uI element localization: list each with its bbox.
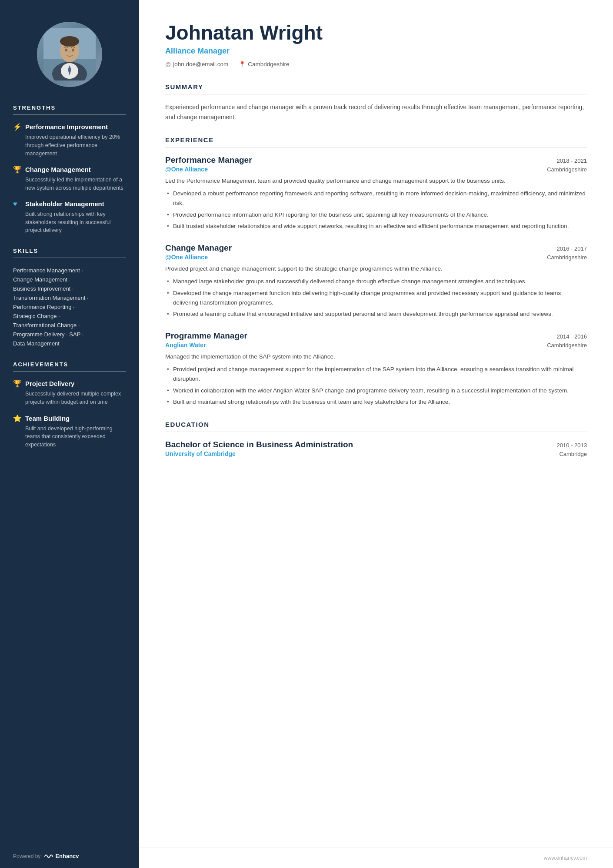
edu-dates-1: 2010 - 2013 bbox=[557, 442, 587, 449]
exp-dates-1: 2018 - 2021 bbox=[557, 158, 587, 164]
exp-desc-3: Managed the implementation of the SAP sy… bbox=[165, 352, 587, 362]
strength-item-2: 🏆 Change Management Successfully led the… bbox=[13, 165, 126, 192]
exp-bullets-1: Developed a robust performance reporting… bbox=[165, 189, 587, 231]
avatar-area bbox=[0, 0, 139, 104]
strengths-title: STRENGTHS bbox=[13, 104, 126, 115]
exp-company-2: @One Alliance bbox=[165, 254, 208, 261]
skill-7: Transformational Change · bbox=[13, 321, 126, 330]
trophy-icon-2: 🏆 bbox=[13, 379, 22, 388]
email-contact: @ john.doe@email.com bbox=[165, 61, 228, 67]
summary-title: SUMMARY bbox=[165, 83, 587, 94]
achievement-item-2: ⭐ Team Building Built and developed high… bbox=[13, 414, 126, 449]
exp-bullet-2-2: Developed the change management function… bbox=[165, 288, 587, 307]
exp-bullets-2: Managed large stakeholder groups and suc… bbox=[165, 277, 587, 318]
contact-info: @ john.doe@email.com 📍 Cambridgeshire bbox=[165, 61, 587, 67]
achievement-title-2: Team Building bbox=[25, 415, 70, 422]
experience-title: EXPERIENCE bbox=[165, 136, 587, 147]
candidate-name: Johnatan Wright bbox=[165, 22, 587, 44]
exp-company-3: Anglian Water bbox=[165, 342, 206, 349]
enhancv-brand: Enhancv bbox=[55, 853, 79, 859]
avatar bbox=[37, 22, 102, 87]
location-value: Cambridgeshire bbox=[248, 61, 289, 67]
achievement-item-1: 🏆 Project Delivery Successfully delivere… bbox=[13, 379, 126, 406]
skill-2: Change Management · bbox=[13, 275, 126, 284]
star-icon: ⭐ bbox=[13, 414, 22, 422]
sidebar: STRENGTHS ⚡ Performance Improvement Impr… bbox=[0, 0, 139, 868]
exp-bullet-1-1: Developed a robust performance reporting… bbox=[165, 189, 587, 208]
summary-text: Experienced performance and change manag… bbox=[165, 102, 587, 122]
exp-company-1: @One Alliance bbox=[165, 166, 208, 173]
exp-item-3: Programme Manager 2014 - 2016 Anglian Wa… bbox=[165, 331, 587, 407]
exp-bullet-1-2: Provided performance information and KPI… bbox=[165, 210, 587, 220]
skill-9: Data Management bbox=[13, 339, 126, 348]
exp-dates-3: 2014 - 2016 bbox=[557, 333, 587, 340]
strength-title-1: Performance Improvement bbox=[25, 123, 108, 131]
exp-bullet-3-3: Built and maintained strong relationship… bbox=[165, 397, 587, 407]
edu-degree-1: Bachelor of Science in Business Administ… bbox=[165, 440, 353, 450]
exp-dates-2: 2016 - 2017 bbox=[557, 245, 587, 252]
exp-bullet-2-3: Promoted a learning culture that encoura… bbox=[165, 309, 587, 319]
strength-desc-3: Built strong relationships with key stak… bbox=[25, 210, 126, 235]
candidate-title: Alliance Manager bbox=[165, 47, 587, 56]
heart-icon: ♥ bbox=[13, 200, 22, 208]
achievement-title-1: Project Delivery bbox=[25, 380, 74, 387]
exp-job-title-1: Performance Manager bbox=[165, 155, 252, 165]
exp-bullet-3-2: Worked in collaboration with the wider A… bbox=[165, 386, 587, 395]
enhancv-logo: Enhancv bbox=[44, 853, 79, 859]
skill-8: Programme Delivery · SAP · bbox=[13, 330, 126, 339]
edu-item-1: Bachelor of Science in Business Administ… bbox=[165, 440, 587, 458]
exp-job-title-3: Programme Manager bbox=[165, 331, 247, 341]
exp-location-1: Cambridgeshire bbox=[547, 166, 587, 173]
powered-by-label: Powered by bbox=[13, 853, 40, 859]
education-title: EDUCATION bbox=[165, 421, 587, 432]
lightning-icon: ⚡ bbox=[13, 123, 22, 131]
skill-5: Performance Reporting · bbox=[13, 302, 126, 312]
education-section: EDUCATION Bachelor of Science in Busines… bbox=[165, 421, 587, 458]
summary-section: SUMMARY Experienced performance and chan… bbox=[165, 83, 587, 122]
svg-point-9 bbox=[72, 49, 74, 52]
exp-bullet-3-1: Provided project and change management s… bbox=[165, 365, 587, 383]
exp-bullet-1-3: Built trusted stakeholder relationships … bbox=[165, 221, 587, 231]
strength-desc-2: Successfully led the implementation of a… bbox=[25, 176, 126, 192]
exp-item-1: Performance Manager 2018 - 2021 @One All… bbox=[165, 155, 587, 231]
skill-3: Business Improvement · bbox=[13, 284, 126, 293]
strength-desc-1: Improved operational efficiency by 20% t… bbox=[25, 133, 126, 158]
edu-school-1: University of Cambridge bbox=[165, 450, 236, 457]
exp-job-title-2: Change Manager bbox=[165, 243, 232, 253]
main-content: Johnatan Wright Alliance Manager @ john.… bbox=[139, 0, 613, 848]
exp-location-3: Cambridgeshire bbox=[547, 342, 587, 349]
achievement-desc-2: Built and developed high-performing team… bbox=[25, 425, 126, 449]
exp-location-2: Cambridgeshire bbox=[547, 254, 587, 261]
achievements-section: ACHIEVEMENTS 🏆 Project Delivery Successf… bbox=[13, 361, 126, 449]
strength-title-3: Stakeholder Management bbox=[25, 200, 104, 208]
exp-bullets-3: Provided project and change management s… bbox=[165, 365, 587, 406]
exp-desc-1: Led the Performance Management team and … bbox=[165, 176, 587, 186]
experience-section: EXPERIENCE Performance Manager 2018 - 20… bbox=[165, 136, 587, 407]
skills-title: SKILLS bbox=[13, 248, 126, 258]
location-icon: 📍 bbox=[239, 61, 246, 67]
skill-4: Transformation Management · bbox=[13, 293, 126, 302]
sidebar-content: STRENGTHS ⚡ Performance Improvement Impr… bbox=[0, 104, 139, 462]
svg-point-8 bbox=[65, 49, 67, 52]
email-value: john.doe@email.com bbox=[173, 61, 228, 67]
website-footer: www.enhancv.com bbox=[544, 855, 587, 861]
strengths-section: STRENGTHS ⚡ Performance Improvement Impr… bbox=[13, 104, 126, 235]
resume-header: Johnatan Wright Alliance Manager @ john.… bbox=[165, 22, 587, 67]
email-icon: @ bbox=[165, 61, 171, 67]
location-contact: 📍 Cambridgeshire bbox=[239, 61, 289, 67]
skills-section: SKILLS Performance Management · Change M… bbox=[13, 248, 126, 348]
edu-location-1: Cambridge bbox=[559, 451, 587, 457]
exp-desc-2: Provided project and change management s… bbox=[165, 264, 587, 274]
svg-point-7 bbox=[60, 36, 79, 47]
exp-bullet-2-1: Managed large stakeholder groups and suc… bbox=[165, 277, 587, 286]
strength-title-2: Change Management bbox=[25, 166, 91, 173]
achievements-title: ACHIEVEMENTS bbox=[13, 361, 126, 372]
strength-item-3: ♥ Stakeholder Management Built strong re… bbox=[13, 200, 126, 235]
strength-item-1: ⚡ Performance Improvement Improved opera… bbox=[13, 123, 126, 158]
skill-6: Strategic Change · bbox=[13, 312, 126, 321]
exp-item-2: Change Manager 2016 - 2017 @One Alliance… bbox=[165, 243, 587, 319]
skill-1: Performance Management · bbox=[13, 266, 126, 275]
trophy-icon-1: 🏆 bbox=[13, 165, 22, 174]
achievement-desc-1: Successfully delivered multiple complex … bbox=[25, 390, 126, 406]
